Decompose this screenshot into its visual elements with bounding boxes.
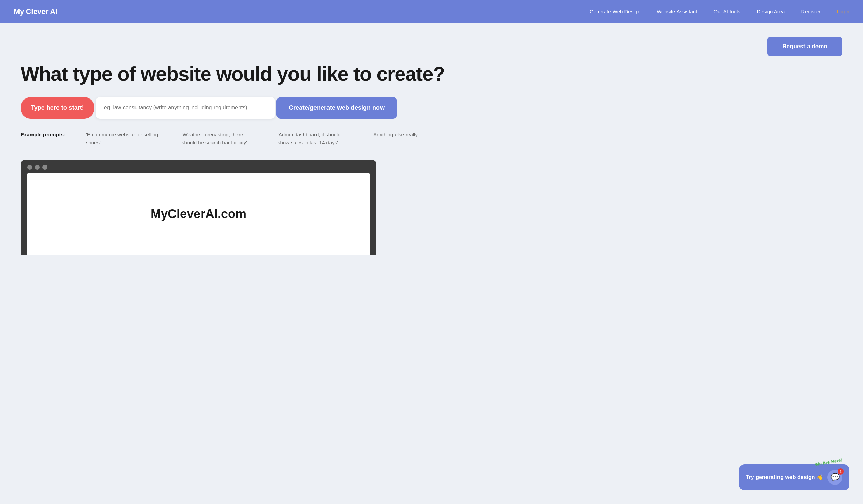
nav-item-tools[interactable]: Our AI tools [713,9,740,15]
browser-preview: MyCleverAI.com [21,160,376,255]
example-prompts-label: Example prompts: [21,131,65,139]
brand-logo[interactable]: My Clever AI [14,7,58,16]
search-input[interactable] [96,97,275,119]
nav-item-design[interactable]: Design Area [757,9,785,15]
we-are-here-label: We Are Here! [814,457,842,467]
browser-dot-green [42,165,47,170]
example-prompt-3: 'Admin dashboard, it should show sales i… [277,131,353,146]
request-demo-button[interactable]: Request a demo [767,37,842,56]
browser-dot-yellow [35,165,40,170]
hand-emoji-icon: 👋 [816,474,823,480]
example-prompts: Example prompts: 'E-commerce website for… [21,131,465,146]
navbar: My Clever AI Generate Web Design Website… [0,0,863,23]
request-demo-wrapper: Request a demo [21,37,842,56]
nav-link-design[interactable]: Design Area [757,9,785,14]
nav-link-generate[interactable]: Generate Web Design [590,9,640,14]
nav-link-assistant[interactable]: Website Assistant [656,9,697,14]
nav-item-assistant[interactable]: Website Assistant [656,9,697,15]
nav-item-login[interactable]: Login [837,9,849,15]
chat-widget-text: Try generating web design 👋 [746,474,823,481]
chat-notification-badge: 1 [838,468,844,475]
browser-domain: MyCleverAI.com [151,207,246,221]
chat-widget[interactable]: Try generating web design 👋 We Are Here!… [739,464,849,490]
browser-content: MyCleverAI.com [27,173,370,255]
search-input-wrapper [96,97,275,119]
browser-dot-red [27,165,32,170]
create-button[interactable]: Create/generate web design now [276,97,397,119]
chat-avatar-wrapper: We Are Here! 💬 1 [827,470,842,485]
type-here-button[interactable]: Type here to start! [21,97,95,119]
chat-icon: 💬 [830,473,840,482]
nav-link-register[interactable]: Register [801,9,820,14]
nav-item-register[interactable]: Register [801,9,820,15]
nav-link-tools[interactable]: Our AI tools [713,9,740,14]
hero-headline: What type of website would you like to c… [21,63,842,85]
nav-link-login[interactable]: Login [837,9,849,14]
browser-dots [27,165,370,170]
nav-item-generate[interactable]: Generate Web Design [590,9,640,15]
nav-links: Generate Web Design Website Assistant Ou… [590,9,849,15]
example-prompt-4: Anything else really... [373,131,422,139]
example-prompt-2: 'Weather forecasting, there should be se… [182,131,257,146]
example-prompt-1: 'E-commerce website for selling shoes' [86,131,161,146]
search-row: Type here to start! Create/generate web … [21,97,397,119]
main-content: Request a demo What type of website woul… [0,23,863,255]
